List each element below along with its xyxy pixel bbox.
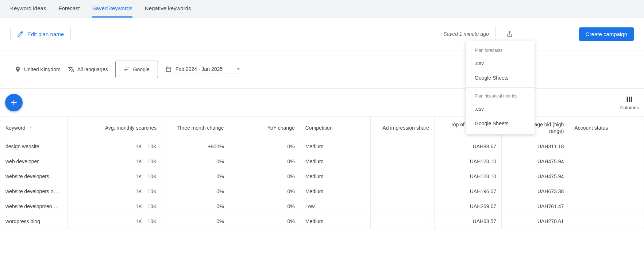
network-icon [124, 66, 130, 73]
tab-negative-keywords[interactable]: Negative keywords [145, 0, 191, 18]
cell-avg: 1K – 10K [68, 139, 162, 154]
col-header-keyword-label: Keyword [5, 125, 25, 131]
create-campaign-button[interactable]: Create campaign [579, 27, 634, 41]
network-filter[interactable]: Google [115, 61, 158, 78]
menu-header-forecasts: Plan forecasts [466, 44, 535, 56]
columns-label: Columns [620, 105, 639, 110]
cell-impression: — [370, 139, 434, 154]
cell-status [569, 184, 644, 199]
col-header-impression[interactable]: Ad impression share [370, 117, 434, 139]
location-pin-icon [15, 66, 21, 73]
table-row[interactable]: wordpress blog1K – 10K0%0%Medium—UAH63.5… [0, 214, 644, 229]
cell-bid-low: UAH196.07 [434, 184, 501, 199]
cell-bid-high: UAH475.94 [502, 169, 569, 184]
columns-icon [625, 95, 633, 103]
cell-keyword: website developers n… [0, 184, 68, 199]
cell-three-month: +900% [162, 139, 229, 154]
network-label: Google [133, 66, 150, 72]
table-row[interactable]: design website1K – 10K+900%0%Medium—UAH8… [0, 139, 644, 154]
cell-bid-low: UAH88.67 [434, 139, 501, 154]
menu-header-historical: Plan historical metrics [466, 90, 535, 102]
filters-bar: United Kingdom All languages Google Feb … [0, 50, 644, 89]
add-keyword-button[interactable] [5, 94, 23, 111]
col-header-status[interactable]: Account status [569, 117, 644, 139]
cell-keyword: website developers [0, 169, 68, 184]
cell-yoy: 0% [229, 214, 300, 229]
language-label: All languages [77, 66, 108, 72]
menu-item-forecasts-sheets[interactable]: Google Sheets [466, 70, 535, 85]
table-row[interactable]: web developer1K – 10K0%0%Medium—UAH123.1… [0, 154, 644, 169]
tab-keyword-ideas[interactable]: Keyword ideas [10, 0, 46, 18]
cell-competition: Low [300, 199, 370, 214]
cell-bid-low: UAH63.57 [434, 214, 501, 229]
cell-three-month: 0% [162, 169, 229, 184]
edit-plan-label: Edit plan name [27, 31, 64, 37]
calendar-icon [165, 66, 172, 72]
cell-three-month: 0% [162, 154, 229, 169]
cell-bid-low: UAH123.10 [434, 154, 501, 169]
cell-bid-high: UAH270.61 [502, 214, 569, 229]
cell-competition: Medium [300, 139, 370, 154]
plus-icon [9, 98, 19, 107]
cell-impression: — [370, 199, 434, 214]
location-filter[interactable]: United Kingdom [15, 66, 61, 73]
cell-three-month: 0% [162, 199, 229, 214]
keywords-table: Keyword ↑ Avg. monthly searches Three mo… [0, 116, 644, 229]
tab-forecast[interactable]: Forecast [58, 0, 80, 18]
cell-bid-high: UAH673.38 [502, 184, 569, 199]
table-header-row: Keyword ↑ Avg. monthly searches Three mo… [0, 117, 644, 139]
cell-yoy: 0% [229, 199, 300, 214]
cell-avg: 1K – 10K [68, 214, 162, 229]
cell-three-month: 0% [162, 214, 229, 229]
cell-yoy: 0% [229, 184, 300, 199]
share-button[interactable] [502, 27, 517, 41]
chevron-down-icon [235, 66, 242, 72]
edit-plan-name-button[interactable]: Edit plan name [10, 27, 71, 41]
col-header-keyword[interactable]: Keyword ↑ [0, 117, 68, 139]
date-range-label: Feb 2024 - Jan 2025 [176, 66, 223, 72]
cell-keyword: design website [0, 139, 68, 154]
cell-bid-high: UAH761.47 [502, 199, 569, 214]
cell-avg: 1K – 10K [68, 199, 162, 214]
col-header-yoy[interactable]: YoY change [229, 117, 300, 139]
col-header-avg-searches[interactable]: Avg. monthly searches [68, 117, 162, 139]
cell-impression: — [370, 214, 434, 229]
cell-bid-low: UAH123.10 [434, 169, 501, 184]
plan-header: Edit plan name Saved 1 minute ago Plan f… [0, 18, 644, 50]
cell-impression: — [370, 184, 434, 199]
menu-item-historical-csv[interactable]: .csv [466, 102, 535, 116]
table-row[interactable]: website developers1K – 10K0%0%Medium—UAH… [0, 169, 644, 184]
cell-competition: Medium [300, 214, 370, 229]
create-campaign-label: Create campaign [586, 31, 627, 37]
language-filter[interactable]: All languages [68, 66, 108, 73]
columns-button[interactable]: Columns [620, 95, 639, 110]
cell-avg: 1K – 10K [68, 169, 162, 184]
menu-item-historical-sheets[interactable]: Google Sheets [466, 116, 535, 131]
cell-bid-high: UAH311.18 [502, 139, 569, 154]
cell-impression: — [370, 154, 434, 169]
sort-ascending-icon: ↑ [30, 125, 32, 131]
date-range-filter[interactable]: Feb 2024 - Jan 2025 [165, 66, 242, 73]
cell-status [569, 139, 644, 154]
cell-yoy: 0% [229, 139, 300, 154]
table-row[interactable]: website developers n…1K – 10K0%0%Medium—… [0, 184, 644, 199]
table-row[interactable]: website developmen…1K – 10K0%0%Low—UAH26… [0, 199, 644, 214]
cell-yoy: 0% [229, 154, 300, 169]
menu-item-forecasts-csv[interactable]: .csv [466, 56, 535, 70]
cell-keyword: wordpress blog [0, 214, 68, 229]
cell-status [569, 154, 644, 169]
col-header-competition[interactable]: Competition [300, 117, 370, 139]
table-toolbar: Columns [0, 89, 644, 116]
cell-status [569, 214, 644, 229]
cell-three-month: 0% [162, 184, 229, 199]
plan-tabs: Keyword ideas Forecast Saved keywords Ne… [0, 0, 644, 18]
export-menu: Plan forecasts .csv Google Sheets Plan h… [466, 41, 535, 134]
col-header-three-month[interactable]: Three month change [162, 117, 229, 139]
cell-avg: 1K – 10K [68, 154, 162, 169]
tab-saved-keywords[interactable]: Saved keywords [92, 0, 132, 18]
cell-status [569, 169, 644, 184]
cell-bid-high: UAH475.94 [502, 154, 569, 169]
cell-keyword: website developmen… [0, 199, 68, 214]
saved-status: Saved 1 minute ago [443, 31, 489, 37]
pencil-icon [17, 31, 24, 37]
